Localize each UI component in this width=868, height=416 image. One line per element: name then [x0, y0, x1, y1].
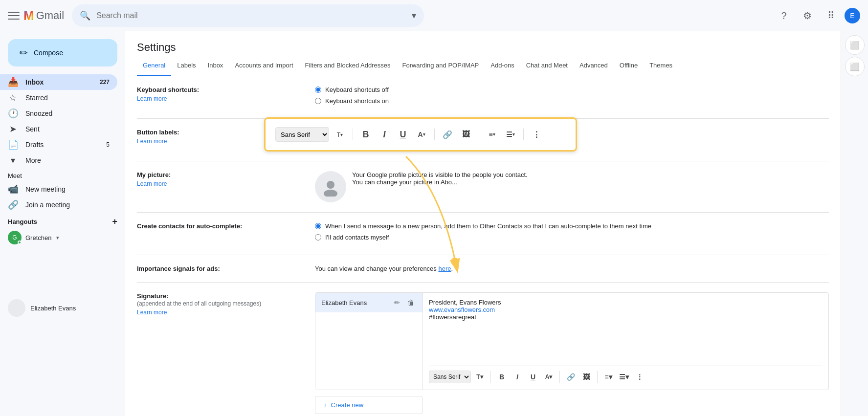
signature-control: Elizabeth Evans ✏ 🗑 President, Evans Flo… [315, 292, 829, 416]
signature-learn-more-link[interactable]: Learn more [137, 309, 303, 316]
search-icon: 🔍 [80, 10, 90, 21]
sig-text-size-button[interactable]: T▾ [473, 370, 487, 384]
sig-company: President, Evans Flowers [429, 299, 823, 306]
settings-content: Settings General Labels Inbox Accounts a… [125, 31, 841, 416]
sig-underline-button[interactable]: U [526, 370, 540, 384]
sig-website[interactable]: www.evansflowers.com [429, 306, 495, 313]
search-bar[interactable]: 🔍 ▾ [72, 4, 424, 27]
contacts-manual-option: I'll add contacts myself [315, 234, 829, 241]
callout-toolbar: Sans Serif T▾ B I U A▾ 🔗 🖼 ≡▾ ☰▾ ⋮ [275, 127, 566, 142]
starred-label: Starred [25, 94, 110, 102]
sidebar-item-join-meeting[interactable]: 🔗 Join a meeting [0, 197, 117, 213]
signature-list-item-elizabeth[interactable]: Elizabeth Evans ✏ 🗑 [315, 293, 423, 312]
more-chevron-icon: ▾ [8, 155, 18, 166]
keyboard-off-radio[interactable] [315, 87, 321, 93]
tab-themes[interactable]: Themes [644, 56, 678, 76]
contacts-manual-radio[interactable] [315, 234, 321, 241]
keyboard-shortcuts-row: Keyboard shortcuts: Learn more Keyboard … [137, 76, 829, 119]
online-status-dot [18, 241, 22, 244]
sig-more-button[interactable]: ⋮ [633, 370, 646, 384]
callout-bold-button[interactable]: B [358, 127, 374, 142]
my-picture-desc: Your Google profile picture is visible t… [352, 171, 528, 178]
callout-font-select[interactable]: Sans Serif [275, 127, 329, 142]
contacts-label: Create contacts for auto-complete: [137, 222, 303, 230]
callout-divider-2 [434, 129, 435, 140]
sidebar-item-new-meeting[interactable]: 📹 New meeting [0, 181, 117, 197]
svg-point-0 [327, 181, 334, 189]
compose-pencil-icon: ✏ [20, 47, 28, 59]
callout-italic-button[interactable]: I [377, 127, 392, 142]
sig-hashtag: #flowersaregreat [429, 313, 476, 321]
sig-align-button[interactable]: ≡▾ [601, 370, 615, 384]
tab-filters[interactable]: Filters and Blocked Addresses [299, 56, 397, 76]
signature-label: Signature: (appended at the end of all o… [137, 292, 303, 316]
sidebar-item-more[interactable]: ▾ More [0, 153, 117, 168]
signature-edit-button[interactable]: ✏ [391, 297, 403, 308]
help-button[interactable]: ? [774, 6, 794, 25]
callout-list-button[interactable]: ☰▾ [503, 127, 518, 142]
keyboard-off-option: Keyboard shortcuts off [315, 86, 829, 93]
sig-image-button[interactable]: 🖼 [579, 370, 593, 384]
callout-divider-3 [479, 129, 479, 140]
meet-section-header: Meet [0, 168, 125, 181]
sent-icon: ➤ [8, 124, 18, 134]
contacts-auto-radio[interactable] [315, 223, 321, 229]
sig-link-button[interactable]: 🔗 [564, 370, 578, 384]
right-panel: ⬜ ⬜ [841, 31, 868, 416]
keyboard-learn-more-link[interactable]: Learn more [137, 95, 303, 102]
callout-toolbar-box: Sans Serif T▾ B I U A▾ 🔗 🖼 ≡▾ ☰▾ ⋮ [264, 117, 577, 152]
sidebar-item-inbox[interactable]: 📥 Inbox 227 [0, 74, 117, 90]
apps-icon-button[interactable]: ⠿ [821, 6, 841, 25]
top-bar: M Gmail 🔍 ▾ ? ⚙ ⠿ E [0, 0, 868, 31]
add-hangout-icon[interactable]: + [112, 217, 117, 227]
callout-align-button[interactable]: ≡▾ [484, 127, 500, 142]
importance-here-link[interactable]: here [438, 265, 451, 272]
right-panel-btn-1[interactable]: ⬜ [845, 35, 865, 55]
sig-bold-button[interactable]: B [495, 370, 509, 384]
create-new-signature-button[interactable]: + Create new [315, 396, 423, 414]
keyboard-on-radio[interactable] [315, 98, 321, 104]
tab-general[interactable]: General [137, 56, 171, 76]
settings-tabs: General Labels Inbox Accounts and Import… [125, 56, 841, 76]
callout-more-button[interactable]: ⋮ [529, 127, 544, 142]
hangout-user-item[interactable]: G Gretchen ▾ [0, 229, 125, 246]
tab-inbox[interactable]: Inbox [202, 56, 229, 76]
sig-font-select[interactable]: Sans Serif [429, 371, 471, 383]
tab-labels[interactable]: Labels [171, 56, 201, 76]
tab-accounts[interactable]: Accounts and Import [229, 56, 299, 76]
compose-button[interactable]: ✏ Compose [8, 39, 117, 66]
callout-font-color-button[interactable]: A▾ [414, 127, 429, 142]
more-label: More [25, 156, 110, 164]
sig-font-color-button[interactable]: A▾ [542, 370, 556, 384]
sidebar-item-sent[interactable]: ➤ Sent [0, 121, 117, 137]
callout-image-button[interactable]: 🖼 [458, 127, 474, 142]
settings-icon-button[interactable]: ⚙ [798, 6, 817, 25]
drafts-icon: 📄 [8, 139, 18, 150]
my-picture-row: My picture: Learn more Your Google profi… [137, 161, 829, 213]
right-panel-btn-2[interactable]: ⬜ [845, 57, 865, 76]
tab-forwarding[interactable]: Forwarding and POP/IMAP [396, 56, 485, 76]
sidebar-item-snoozed[interactable]: 🕐 Snoozed [0, 106, 117, 121]
inbox-icon: 📥 [8, 77, 18, 88]
search-input[interactable] [96, 11, 406, 20]
inbox-label: Inbox [25, 78, 92, 86]
contacts-control: When I send a message to a new person, a… [315, 222, 829, 245]
hangouts-section-header: Hangouts + [0, 213, 125, 229]
user-avatar-button[interactable]: E [845, 8, 860, 23]
callout-text-size-button[interactable]: T▾ [332, 127, 348, 142]
sidebar-item-starred[interactable]: ☆ Starred [0, 90, 117, 106]
tab-offline[interactable]: Offline [614, 56, 644, 76]
my-picture-learn-more-link[interactable]: Learn more [137, 180, 303, 187]
tab-advanced[interactable]: Advanced [574, 56, 614, 76]
sig-list-button[interactable]: ☰▾ [617, 370, 631, 384]
keyboard-shortcuts-control: Keyboard shortcuts off Keyboard shortcut… [315, 86, 829, 109]
signature-delete-button[interactable]: 🗑 [405, 297, 417, 308]
sidebar-item-drafts[interactable]: 📄 Drafts 5 [0, 137, 117, 153]
search-expand-icon[interactable]: ▾ [412, 10, 416, 21]
callout-link-button[interactable]: 🔗 [440, 127, 455, 142]
sig-italic-button[interactable]: I [511, 370, 524, 384]
tab-addons[interactable]: Add-ons [485, 56, 520, 76]
callout-underline-button[interactable]: U [395, 127, 411, 142]
tab-chat[interactable]: Chat and Meet [520, 56, 574, 76]
hamburger-menu-icon[interactable] [8, 10, 20, 22]
